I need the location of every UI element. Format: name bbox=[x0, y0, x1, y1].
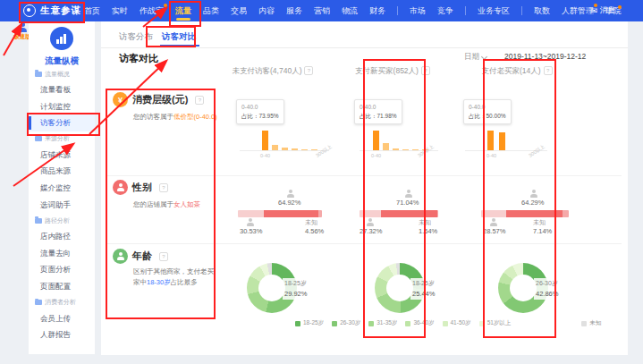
help-icon[interactable]: ? bbox=[159, 183, 168, 192]
donut-hole bbox=[510, 275, 537, 301]
help-icon[interactable]: ? bbox=[195, 96, 204, 105]
sidebar-item-2-2[interactable]: 页面分析 bbox=[29, 261, 95, 278]
male-percentage: 30.53% bbox=[240, 227, 262, 235]
topnav-item-15[interactable]: 人群管理 bbox=[562, 0, 594, 21]
app-logo[interactable]: 生意参谋 bbox=[23, 0, 81, 21]
gender-subtitle: 您的店铺属于女人如茶 bbox=[133, 200, 200, 209]
legend-swatch bbox=[368, 321, 374, 326]
topnav-item-12[interactable]: 竞争 bbox=[437, 0, 453, 21]
female-percentage: 64.29% bbox=[521, 199, 544, 207]
gender-segment bbox=[360, 210, 381, 217]
business-advisor-dashboard: 生意参谋 首页实时作战室流量品类交易内容服务营销物流财务市场竞争业务专区取数人群… bbox=[0, 0, 643, 364]
topnav-item-6[interactable]: 内容 bbox=[258, 0, 275, 21]
topnav-item-8[interactable]: 营销 bbox=[314, 0, 330, 21]
date-range-value: 2019-11-13~2019-12-12 bbox=[504, 52, 586, 61]
sidebar-item-1-0[interactable]: 店铺来源 bbox=[29, 147, 95, 164]
column-header-old-buyers: 支付老买家(14人)? bbox=[472, 66, 562, 77]
male-percentage: 28.57% bbox=[483, 227, 505, 235]
legend-item-5[interactable]: 51岁以上 bbox=[479, 319, 512, 327]
sidebar-item-3-0[interactable]: 会员上传 bbox=[29, 310, 95, 327]
topnav-item-9[interactable]: 物流 bbox=[342, 0, 358, 21]
topnav-item-7[interactable]: 服务 bbox=[286, 0, 302, 21]
help-icon[interactable]: ? bbox=[304, 66, 313, 75]
topnav-item-1[interactable]: 实时 bbox=[112, 0, 128, 21]
sidebar-item-2-1[interactable]: 流量去向 bbox=[29, 245, 95, 262]
column-header-new-buyers: 支付新买家(852人)? bbox=[354, 66, 431, 77]
tabs-divider bbox=[101, 47, 628, 48]
help-icon[interactable]: ? bbox=[544, 66, 553, 75]
legend-swatch bbox=[479, 321, 485, 326]
legend-item-0[interactable]: 18-25岁 bbox=[295, 319, 324, 327]
legend-item-4[interactable]: 41-50岁 bbox=[443, 319, 471, 327]
sidebar-group-header-3: 消费者分析 bbox=[29, 295, 95, 310]
topnav-item-5[interactable]: 交易 bbox=[231, 0, 247, 21]
tab-visitor-distribution[interactable]: 访客分布 bbox=[119, 31, 153, 43]
sidebar-item-1-3[interactable]: 选词助手 bbox=[29, 197, 95, 214]
female-icon bbox=[405, 190, 412, 198]
topnav-item-11[interactable]: 市场 bbox=[410, 0, 426, 21]
sidebar-group-header-2: 路径分析 bbox=[29, 213, 95, 228]
legend-item-6[interactable]: 未知 bbox=[581, 319, 601, 327]
sidebar-item-2-3[interactable]: 页面配置 bbox=[29, 278, 95, 295]
sidebar-item-2-0[interactable]: 店内路径 bbox=[29, 228, 95, 245]
gender-segment bbox=[381, 210, 437, 217]
gender-bar bbox=[238, 210, 322, 217]
donut-label: 18-25岁 25.44% bbox=[410, 278, 436, 300]
sidebar-item-3-1[interactable]: 人群报告 bbox=[29, 326, 95, 343]
sidebar-item-0-1[interactable]: 计划监控 bbox=[29, 98, 95, 115]
topnav-item-13[interactable]: 业务专区 bbox=[478, 0, 510, 21]
row-title-gender: 性别 ? bbox=[113, 180, 168, 195]
female-percentage: 64.92% bbox=[278, 199, 300, 207]
donut-hole bbox=[258, 275, 285, 301]
date-filter[interactable]: 日期 bbox=[464, 52, 486, 63]
legend-item-1[interactable]: 26-30岁 bbox=[332, 319, 360, 327]
chart-tooltip: 0-40.0 占比：73.95% bbox=[236, 99, 284, 124]
topnav-item-0[interactable]: 首页 bbox=[84, 0, 100, 21]
topnav-item-3[interactable]: 流量 bbox=[175, 0, 191, 21]
messages-label: 消息 bbox=[600, 5, 615, 16]
consumption-bar-chart bbox=[487, 131, 505, 150]
legend-item-3[interactable]: 36-40岁 bbox=[405, 319, 434, 327]
sidebar-group-header-1: 来源分析 bbox=[29, 131, 95, 147]
row-divider bbox=[107, 243, 622, 244]
unknown-percentage: 7.14% bbox=[533, 227, 552, 235]
tab-visitor-compare[interactable]: 访客对比 bbox=[162, 31, 196, 43]
messages-button[interactable]: ✉ 消息 bbox=[590, 0, 622, 21]
gender-segment bbox=[318, 210, 322, 217]
age-icon bbox=[113, 249, 128, 264]
sidebar-item-0-2[interactable]: 访客分析 bbox=[29, 114, 95, 131]
active-tab-underline bbox=[160, 45, 199, 47]
sidebar-item-0-0[interactable]: 流量看板 bbox=[29, 81, 95, 98]
x-tick-label: 0-40 bbox=[486, 153, 496, 158]
row-title-age: 年龄 ? bbox=[113, 249, 168, 264]
bar bbox=[383, 143, 389, 150]
tooltip-value: 占比：73.95% bbox=[241, 112, 279, 121]
topnav-item-2[interactable]: 作战室 bbox=[140, 0, 164, 21]
topnav-item-14[interactable]: 取数 bbox=[534, 0, 550, 21]
bar bbox=[262, 131, 268, 150]
topnav-item-4[interactable]: 品类 bbox=[203, 0, 219, 21]
consumption-bar-chart bbox=[373, 131, 428, 150]
notification-dot bbox=[618, 5, 622, 9]
folder-icon bbox=[35, 218, 42, 224]
consumption-subtitle: 您的访客属于低价型(0-40.0) bbox=[133, 113, 217, 122]
donut-hole bbox=[386, 275, 413, 301]
date-filter-label: 日期 bbox=[464, 52, 479, 63]
topbar: 生意参谋 首页实时作战室流量品类交易内容服务营销物流财务市场竞争业务专区取数人群… bbox=[0, 0, 643, 21]
topnav-item-10[interactable]: 财务 bbox=[369, 0, 385, 21]
legend-swatch bbox=[332, 321, 337, 326]
tooltip-value: 占比：71.98% bbox=[360, 112, 397, 121]
gender-icon bbox=[113, 180, 128, 195]
male-percentage: 27.32% bbox=[360, 227, 382, 235]
topnav: 首页实时作战室流量品类交易内容服务营销物流财务市场竞争业务专区取数人群管理学院 bbox=[84, 0, 622, 21]
sidebar-item-1-1[interactable]: 商品来源 bbox=[29, 163, 95, 180]
bar bbox=[487, 131, 494, 150]
nav-separator bbox=[397, 6, 398, 15]
legend-item-2[interactable]: 31-35岁 bbox=[368, 319, 397, 327]
female-icon bbox=[287, 190, 294, 198]
unknown-label: 未知 bbox=[305, 218, 317, 227]
x-tick-label: 0-40 bbox=[371, 153, 381, 158]
help-icon[interactable]: ? bbox=[159, 252, 168, 261]
sidebar-item-1-2[interactable]: 媒介监控 bbox=[29, 180, 95, 197]
help-icon[interactable]: ? bbox=[421, 66, 430, 75]
